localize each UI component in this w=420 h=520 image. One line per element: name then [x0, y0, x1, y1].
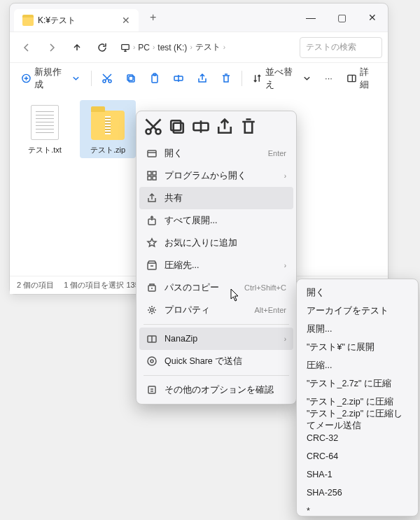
nav-bar: › PC › test (K:) › テスト › テストの検索 — [10, 31, 388, 62]
rename-button[interactable] — [191, 117, 211, 136]
submenu-item[interactable]: CRC-64 — [301, 447, 414, 465]
search-input[interactable]: テストの検索 — [300, 37, 382, 58]
submenu-item[interactable]: SHA-256 — [301, 484, 414, 502]
menu-item[interactable]: 共有 — [139, 187, 293, 209]
file-item[interactable]: テスト.zip — [80, 100, 136, 158]
document-icon — [28, 103, 62, 142]
submenu-item-label: "テスト_2.7z" に圧縮 — [307, 378, 408, 390]
chevron-down-icon — [302, 73, 312, 84]
menu-item-label: その他のオプションを確認 — [164, 384, 286, 396]
share-icon — [215, 117, 234, 136]
svg-rect-5 — [127, 75, 133, 80]
trash-icon — [220, 73, 232, 84]
submenu-item[interactable]: "テスト_2.7z" に圧縮 — [301, 374, 414, 393]
context-submenu: 開くアーカイブをテスト展開..."テスト¥" に展開圧縮..."テスト_2.7z… — [296, 279, 419, 517]
sort-button[interactable]: 並べ替え — [246, 67, 318, 90]
panel-icon — [346, 73, 357, 84]
svg-rect-17 — [153, 171, 156, 175]
maximize-button[interactable]: ▢ — [326, 7, 357, 28]
submenu-item[interactable]: "テスト_2.zip" に圧縮してメール送信 — [301, 411, 414, 429]
submenu-item[interactable]: SHA-1 — [301, 465, 414, 484]
menu-item-label: 圧縮先... — [164, 260, 277, 272]
new-button[interactable]: 新規作成 — [15, 67, 87, 90]
submenu-item-label: "テスト_2.zip" に圧縮 — [307, 396, 408, 408]
submenu-item-label: 開く — [307, 287, 408, 299]
cut-icon — [102, 73, 113, 84]
svg-rect-9 — [348, 75, 356, 81]
menu-item[interactable]: その他のオプションを確認 — [139, 379, 293, 401]
svg-rect-19 — [153, 176, 156, 180]
copy-button[interactable] — [167, 117, 187, 136]
submenu-item[interactable]: "テスト¥" に展開 — [301, 338, 414, 356]
delete-button[interactable] — [239, 117, 258, 136]
more-icon — [146, 384, 158, 395]
close-tab-icon[interactable]: ✕ — [122, 15, 130, 26]
menu-item-label: 開く — [164, 148, 261, 160]
window-controls: — ▢ ✕ — [295, 7, 388, 28]
file-item[interactable]: テスト.txt — [17, 100, 73, 158]
copypath-icon — [146, 282, 158, 293]
back-button[interactable] — [15, 36, 38, 59]
menu-item[interactable]: パスのコピーCtrl+Shift+C — [139, 276, 293, 299]
menu-item-label: すべて展開... — [164, 215, 286, 227]
menu-item[interactable]: お気に入りに追加 — [139, 232, 293, 254]
menu-item-label: NanaZip — [164, 334, 277, 344]
menu-item[interactable]: NanaZip› — [139, 328, 293, 350]
breadcrumb-item[interactable]: test (K:) — [158, 43, 187, 52]
breadcrumb[interactable]: › PC › test (K:) › テスト › — [116, 41, 297, 53]
menu-item-label: 共有 — [164, 192, 286, 204]
submenu-item[interactable]: 展開... — [301, 320, 414, 338]
copy-icon — [125, 73, 136, 84]
submenu-item[interactable]: * — [301, 502, 414, 520]
openwith-icon — [146, 170, 158, 181]
refresh-button[interactable] — [91, 36, 113, 59]
breadcrumb-item[interactable]: テスト — [195, 41, 220, 53]
submenu-item[interactable]: アーカイブをテスト — [301, 302, 414, 320]
rename-icon — [191, 117, 211, 136]
window-tab[interactable]: K:¥テスト ✕ — [14, 9, 139, 31]
chevron-down-icon — [71, 73, 81, 84]
submenu-item-label: "テスト¥" に展開 — [307, 342, 408, 353]
menu-item-label: お気に入りに追加 — [164, 237, 286, 249]
chevron-right-icon: › — [284, 262, 286, 269]
menu-item[interactable]: 開くEnter — [139, 142, 293, 164]
menu-item[interactable]: 圧縮先...› — [139, 254, 293, 276]
delete-button[interactable] — [215, 67, 237, 90]
svg-point-26 — [150, 360, 153, 363]
menu-item[interactable]: すべて展開... — [139, 209, 293, 232]
menu-item[interactable]: Quick Share で送信 — [139, 350, 293, 372]
context-toolbar — [139, 114, 293, 142]
close-button[interactable]: ✕ — [357, 7, 388, 28]
more-button[interactable]: ··· — [319, 67, 338, 90]
cut-button[interactable] — [96, 67, 118, 90]
svg-rect-4 — [129, 76, 134, 82]
chevron-right-icon: › — [133, 43, 135, 51]
svg-rect-27 — [148, 386, 155, 393]
submenu-item[interactable]: 圧縮... — [301, 356, 414, 374]
svg-rect-13 — [171, 120, 181, 130]
tab-title: K:¥テスト — [38, 15, 76, 27]
file-label: テスト.zip — [90, 145, 125, 155]
menu-item[interactable]: プログラムから開く› — [139, 164, 293, 187]
share-button[interactable] — [215, 117, 234, 136]
open-icon — [146, 148, 158, 159]
breadcrumb-item[interactable]: PC — [138, 43, 150, 52]
chevron-right-icon: › — [190, 43, 192, 51]
zip-folder-icon — [91, 103, 125, 142]
add-tab-button[interactable]: + — [150, 11, 156, 24]
share-button[interactable] — [191, 67, 214, 90]
rename-button[interactable] — [167, 67, 190, 90]
paste-icon — [149, 73, 160, 84]
paste-button[interactable] — [144, 67, 166, 90]
details-pane-button[interactable]: 詳細 — [341, 67, 382, 90]
rename-icon — [173, 73, 184, 84]
menu-item[interactable]: プロパティAlt+Enter — [139, 299, 293, 321]
copy-button[interactable] — [120, 67, 142, 90]
forward-button[interactable] — [41, 36, 63, 59]
menu-separator — [144, 375, 289, 376]
cut-button[interactable] — [144, 117, 163, 136]
up-button[interactable] — [66, 36, 88, 59]
folder-icon — [22, 15, 34, 26]
minimize-button[interactable]: — — [295, 7, 326, 28]
submenu-item[interactable]: 開く — [301, 283, 414, 302]
